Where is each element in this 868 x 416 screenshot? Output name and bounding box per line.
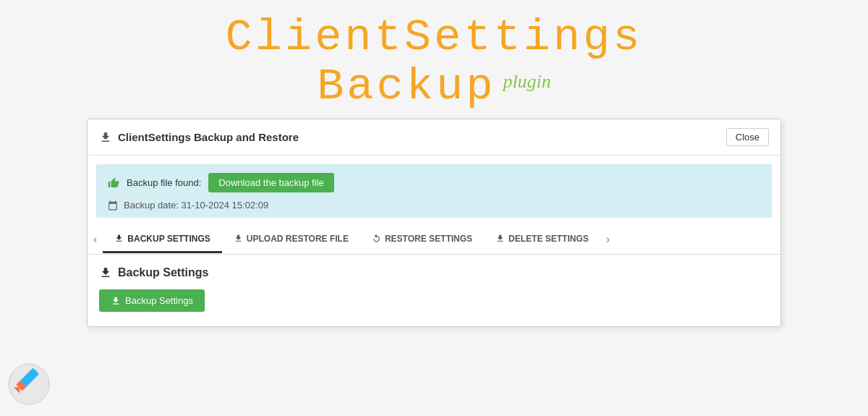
- download-header-icon: [99, 131, 112, 144]
- hero-title-area: ClientSettings Backup plugin: [0, 0, 868, 119]
- backup-settings-button[interactable]: Backup Settings: [99, 289, 205, 312]
- thumbsup-icon: [108, 177, 119, 189]
- tab-delete-settings[interactable]: DELETE SETTINGS: [484, 226, 600, 253]
- backup-date-label: Backup date: 31-10-2024 15:02:09: [124, 200, 268, 211]
- tab-upload-icon: [234, 234, 243, 243]
- hero-line1: ClientSettings: [0, 13, 868, 62]
- tab-backup-icon: [114, 234, 124, 243]
- dialog-title: ClientSettings Backup and Restore: [118, 131, 299, 143]
- tab-restore-settings[interactable]: RESTORE SETTINGS: [360, 226, 484, 253]
- banner-row1: Backup file found: Download the backup f…: [108, 173, 760, 192]
- section-title: Backup Settings: [99, 266, 769, 279]
- bottom-logo: [7, 362, 51, 409]
- tab-backup-settings[interactable]: BACKUP SETTINGS: [103, 226, 221, 253]
- tab-upload-label: UPLOAD RESTORE FILE: [247, 234, 349, 244]
- hero-line2: Backup: [317, 62, 495, 111]
- close-button[interactable]: Close: [726, 128, 769, 146]
- plugin-label: plugin: [503, 71, 550, 93]
- dialog-panel: ClientSettings Backup and Restore Close …: [87, 119, 781, 327]
- tab-arrow-left[interactable]: ‹: [88, 225, 103, 254]
- backup-found-label: Backup file found:: [127, 177, 201, 188]
- tab-arrow-right[interactable]: ›: [600, 225, 616, 254]
- tab-backup-label: BACKUP SETTINGS: [127, 234, 210, 244]
- dialog-header: ClientSettings Backup and Restore Close: [88, 119, 780, 156]
- tab-upload-restore[interactable]: UPLOAD RESTORE FILE: [222, 226, 360, 253]
- calendar-icon: [108, 200, 118, 211]
- download-backup-button[interactable]: Download the backup file: [208, 173, 333, 192]
- tabs-row: ‹ BACKUP SETTINGS UPLOAD RESTORE FILE RE…: [88, 225, 780, 255]
- tab-delete-icon: [495, 234, 505, 243]
- tab-delete-label: DELETE SETTINGS: [509, 234, 589, 244]
- section-title-text: Backup Settings: [118, 266, 208, 279]
- info-banner: Backup file found: Download the backup f…: [96, 164, 772, 218]
- banner-row2: Backup date: 31-10-2024 15:02:09: [108, 200, 760, 211]
- tab-restore-label: RESTORE SETTINGS: [385, 234, 472, 244]
- dialog-header-left: ClientSettings Backup and Restore: [99, 131, 299, 144]
- tab-restore-icon: [372, 234, 381, 243]
- logo-svg: [7, 362, 51, 406]
- backup-btn-icon: [111, 296, 121, 306]
- section-download-icon: [99, 266, 112, 279]
- backup-btn-label: Backup Settings: [125, 295, 193, 306]
- dialog-body: Backup Settings Backup Settings: [88, 255, 780, 326]
- page-background: ClientSettings Backup plugin ClientSetti…: [0, 0, 868, 416]
